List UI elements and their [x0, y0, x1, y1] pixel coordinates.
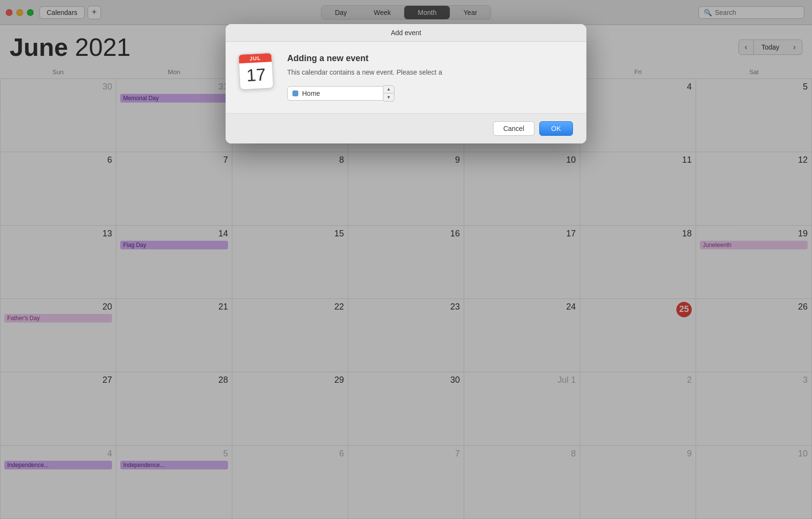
- add-event-modal: Add event JUL 17 Adding a new event This…: [226, 24, 586, 143]
- calendar-color-dot: [292, 91, 298, 96]
- stepper-up-button[interactable]: ▲: [383, 86, 394, 93]
- ok-button[interactable]: OK: [539, 121, 573, 136]
- modal-body: JUL 17 Adding a new event This calendar …: [226, 42, 586, 113]
- modal-footer: Cancel OK: [226, 113, 586, 143]
- calendar-icon-container: JUL 17: [239, 53, 278, 92]
- modal-content: Adding a new event This calendar contain…: [287, 53, 573, 102]
- calendar-icon-day: 17: [239, 62, 273, 86]
- cancel-button[interactable]: Cancel: [493, 121, 534, 136]
- calendar-selector-row: Home ▲ ▼: [287, 85, 573, 102]
- modal-title-bar: Add event: [226, 24, 586, 42]
- modal-heading: Adding a new event: [287, 53, 573, 64]
- calendar-select-value: Home: [302, 90, 320, 97]
- calendar-select-box[interactable]: Home: [287, 86, 383, 101]
- modal-overlay: Add event JUL 17 Adding a new event This…: [0, 0, 812, 519]
- modal-description: This calendar contains a new event. Plea…: [287, 67, 573, 78]
- stepper-down-button[interactable]: ▼: [383, 93, 394, 101]
- modal-title: Add event: [391, 29, 421, 37]
- calendar-icon: JUL 17: [239, 53, 273, 92]
- calendar-stepper[interactable]: ▲ ▼: [383, 85, 394, 102]
- calendar-icon-face: JUL 17: [238, 52, 274, 90]
